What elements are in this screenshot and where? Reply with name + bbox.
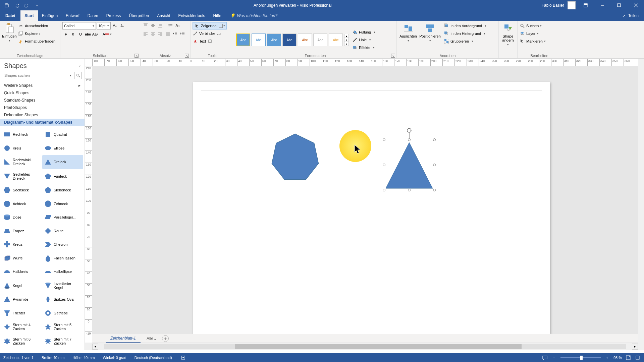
tell-me-search[interactable]: 💡 Was möchten Sie tun? — [225, 10, 278, 21]
zoom-thumb[interactable] — [580, 356, 583, 360]
shape-item[interactable]: Dose — [1, 211, 42, 224]
style-swatch-3[interactable]: Abc — [267, 34, 281, 46]
shape-item[interactable]: Sechseck — [1, 184, 42, 197]
shape-item[interactable]: Stern mit 6 Zacken — [1, 335, 42, 348]
strikethrough-button[interactable]: abc — [85, 31, 91, 38]
category-standard[interactable]: Standard-Shapes — [0, 97, 85, 104]
close-icon[interactable] — [629, 0, 643, 10]
drawing-page[interactable] — [193, 82, 550, 334]
increase-indent-button[interactable] — [179, 30, 186, 37]
more-shapes-item[interactable]: Weitere Shapes ▸ — [0, 82, 85, 89]
styles-dialog-launcher[interactable]: ↘ — [391, 54, 395, 58]
tab-start[interactable]: Start — [20, 10, 38, 21]
find-button[interactable]: Suchen▾ — [520, 22, 542, 29]
scroll-thumb[interactable] — [235, 344, 522, 349]
underline-button[interactable]: U — [77, 31, 84, 38]
zoom-slider[interactable] — [560, 357, 601, 358]
shape-item[interactable]: Würfel — [1, 252, 42, 265]
qat-customize-icon[interactable]: ▾ — [33, 1, 41, 9]
rotate-text-icon[interactable] — [207, 39, 213, 44]
category-arrow[interactable]: Pfeil-Shapes — [0, 104, 85, 111]
zoom-out-icon[interactable]: − — [551, 355, 557, 361]
effects-button[interactable]: Effekte▾ — [352, 44, 375, 51]
search-dropdown-icon[interactable]: ▾ — [67, 72, 74, 79]
style-swatch-4[interactable]: Abc — [282, 34, 297, 46]
selection-handle[interactable] — [408, 189, 411, 191]
shape-item[interactable]: Stern mit 4 Zacken — [1, 320, 42, 334]
text-tool-button[interactable]: AText — [193, 38, 213, 45]
search-go-icon[interactable] — [74, 72, 82, 79]
connector-tool-button[interactable]: Verbinder — [193, 30, 222, 37]
scroll-right-icon[interactable]: ► — [632, 344, 638, 350]
tab-datei[interactable]: Datei — [0, 10, 20, 21]
style-gallery-nav[interactable]: ▴▾▾ — [344, 34, 349, 46]
heptagon-shape[interactable] — [270, 132, 320, 181]
bold-button[interactable]: F — [62, 31, 69, 38]
send-back-button[interactable]: In den Hintergrund▾ — [444, 30, 486, 37]
tab-entwicklertools[interactable]: Entwicklertools — [174, 10, 209, 21]
sheet-tab-1[interactable]: Zeichenblatt-1 — [106, 335, 141, 343]
undo-icon[interactable] — [13, 1, 21, 9]
save-icon[interactable] — [3, 1, 11, 9]
shape-item[interactable]: Parallelogra... — [42, 211, 83, 224]
sheet-all-button[interactable]: Alle ▴ — [143, 335, 159, 342]
shapes-search-input[interactable] — [3, 72, 67, 79]
group-button[interactable]: Gruppieren▾ — [444, 38, 486, 45]
tab-ueberpruefen[interactable]: Überprüfen — [125, 10, 153, 21]
avatar[interactable] — [568, 1, 576, 9]
shape-item[interactable]: Chevron — [42, 238, 83, 251]
shape-item[interactable]: Kreis — [1, 142, 42, 155]
category-decorative[interactable]: Dekorative Shapes — [0, 111, 85, 119]
tab-einfuegen[interactable]: Einfügen — [38, 10, 62, 21]
shape-item[interactable]: Achteck — [1, 197, 42, 210]
style-swatch-1[interactable]: Abc — [236, 34, 250, 46]
shape-item[interactable]: Trichter — [1, 307, 42, 320]
shape-item[interactable]: Spitzes Oval — [42, 293, 83, 306]
font-name-select[interactable]: Calibri▾ — [62, 22, 96, 29]
shape-item[interactable]: Invertierter Kegel — [42, 279, 83, 293]
align-button[interactable]: Ausrichten▾ — [399, 22, 418, 42]
shape-item[interactable]: Zehneck — [42, 197, 83, 210]
collapse-pane-icon[interactable]: ‹ — [79, 64, 80, 68]
italic-button[interactable]: K — [70, 31, 76, 38]
shape-item[interactable]: Stern mit 7 Zacken — [42, 335, 83, 348]
bring-front-button[interactable]: In den Vordergrund▾ — [444, 22, 486, 29]
line-button[interactable]: Linie▾ — [352, 36, 375, 44]
full-screen-icon[interactable] — [635, 355, 641, 361]
shape-item[interactable]: Halbkreis — [1, 265, 42, 278]
layer-button[interactable]: Layer▾ — [520, 30, 539, 37]
align-top-button[interactable] — [142, 22, 149, 29]
font-color-button[interactable]: A — [103, 31, 109, 38]
fill-button[interactable]: Füllung▾ — [352, 28, 375, 36]
decrease-indent-button[interactable] — [172, 30, 178, 37]
style-swatch-5[interactable]: Abc — [298, 34, 312, 46]
align-bottom-button[interactable] — [157, 22, 164, 29]
user-name[interactable]: Fabio Basler — [542, 3, 564, 8]
align-middle-button[interactable] — [150, 22, 156, 29]
shape-item[interactable]: Siebeneck — [42, 184, 83, 197]
add-sheet-button[interactable]: + — [162, 335, 169, 342]
shape-item[interactable]: Rechtwinkli. Dreieck — [1, 155, 42, 169]
scroll-track[interactable] — [104, 344, 626, 349]
minimize-icon[interactable] — [596, 0, 609, 10]
selection-handle[interactable] — [383, 164, 385, 166]
increase-font-button[interactable]: A▴ — [111, 22, 118, 29]
shape-item[interactable]: Gedrehtes Dreieck — [1, 170, 42, 183]
tab-daten[interactable]: Daten — [84, 10, 102, 21]
font-dialog-launcher[interactable]: ↘ — [135, 54, 139, 58]
redo-icon[interactable] — [23, 1, 31, 9]
select-button[interactable]: Markieren▾ — [520, 38, 546, 45]
tab-entwurf[interactable]: Entwurf — [62, 10, 84, 21]
tab-ansicht[interactable]: Ansicht — [153, 10, 174, 21]
shape-item[interactable]: Quadrat — [42, 128, 83, 141]
fit-page-icon[interactable] — [625, 355, 631, 361]
shape-item[interactable]: Raute — [42, 225, 83, 238]
vertical-scrollbar[interactable] — [638, 66, 644, 343]
category-quick[interactable]: Quick-Shapes — [0, 89, 85, 97]
bullets-button[interactable] — [167, 22, 174, 29]
text-direction-button[interactable]: A↕ — [174, 22, 181, 29]
shape-item[interactable]: Pyramide — [1, 293, 42, 306]
triangle-shape-selected[interactable] — [384, 140, 434, 190]
selection-handle[interactable] — [383, 138, 385, 141]
style-swatch-6[interactable]: Abc — [313, 34, 327, 46]
